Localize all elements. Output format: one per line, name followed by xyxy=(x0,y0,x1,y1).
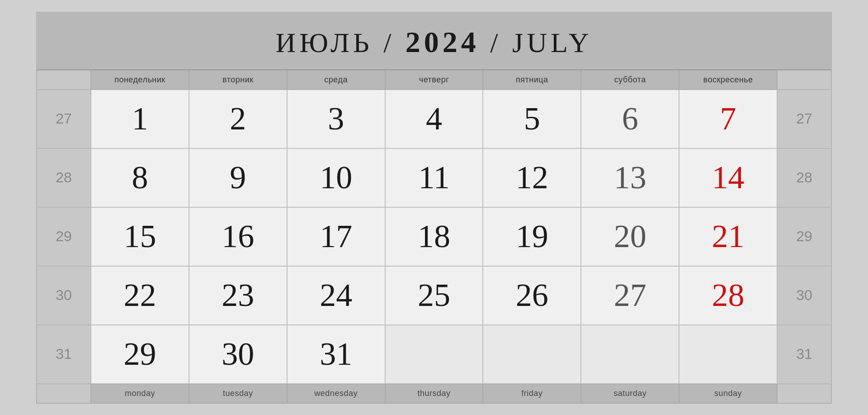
header-wed: среда xyxy=(287,70,385,90)
day-18: 18 xyxy=(385,207,483,266)
day-6: 6 xyxy=(581,90,679,148)
day-2: 2 xyxy=(189,90,287,148)
day-29: 29 xyxy=(91,325,189,384)
day-empty-2 xyxy=(483,325,581,384)
footer-empty-right xyxy=(777,384,831,403)
header-sun: воскресенье xyxy=(679,70,777,90)
day-20: 20 xyxy=(581,207,679,266)
day-17: 17 xyxy=(287,207,385,266)
header-thu: четверг xyxy=(385,70,483,90)
footer-sat: saturday xyxy=(581,384,679,403)
header-sat: суббота xyxy=(581,70,679,90)
day-27: 27 xyxy=(581,266,679,325)
week-num-27-end: 27 xyxy=(777,90,831,148)
week-num-30: 30 xyxy=(37,266,91,325)
day-empty-3 xyxy=(581,325,679,384)
header-mon: понедельник xyxy=(91,70,189,90)
footer-fri: friday xyxy=(483,384,581,403)
week-num-31: 31 xyxy=(37,325,91,384)
header-empty-left xyxy=(37,70,91,90)
week-num-29-end: 29 xyxy=(777,207,831,266)
day-26: 26 xyxy=(483,266,581,325)
day-31: 31 xyxy=(287,325,385,384)
day-22: 22 xyxy=(91,266,189,325)
month-en: JULY xyxy=(512,27,592,58)
footer-wed: wednesday xyxy=(287,384,385,403)
footer-thu: thursday xyxy=(385,384,483,403)
day-24: 24 xyxy=(287,266,385,325)
day-11: 11 xyxy=(385,148,483,207)
day-23: 23 xyxy=(189,266,287,325)
week-num-31-end: 31 xyxy=(777,325,831,384)
calendar-title: ИЮЛЬ / 2024 / JULY xyxy=(37,25,831,59)
footer-mon: monday xyxy=(91,384,189,403)
day-7: 7 xyxy=(679,90,777,148)
week-num-28-end: 28 xyxy=(777,148,831,207)
day-13: 13 xyxy=(581,148,679,207)
week-num-30-end: 30 xyxy=(777,266,831,325)
week-num-29: 29 xyxy=(37,207,91,266)
day-9: 9 xyxy=(189,148,287,207)
day-5: 5 xyxy=(483,90,581,148)
week-num-27: 27 xyxy=(37,90,91,148)
day-10: 10 xyxy=(287,148,385,207)
separator2: / xyxy=(480,27,512,58)
calendar-grid: понедельник вторник среда четверг пятниц… xyxy=(37,70,831,403)
day-21: 21 xyxy=(679,207,777,266)
day-3: 3 xyxy=(287,90,385,148)
day-empty-4 xyxy=(679,325,777,384)
day-8: 8 xyxy=(91,148,189,207)
separator1: / xyxy=(383,27,406,58)
day-28: 28 xyxy=(679,266,777,325)
day-14: 14 xyxy=(679,148,777,207)
day-19: 19 xyxy=(483,207,581,266)
day-30: 30 xyxy=(189,325,287,384)
day-1: 1 xyxy=(91,90,189,148)
calendar: ИЮЛЬ / 2024 / JULY понедельник вторник с… xyxy=(36,12,832,404)
footer-sun: sunday xyxy=(679,384,777,403)
footer-tue: tuesday xyxy=(189,384,287,403)
header-fri: пятница xyxy=(483,70,581,90)
day-16: 16 xyxy=(189,207,287,266)
month-ru: ИЮЛЬ xyxy=(276,27,373,58)
day-empty-1 xyxy=(385,325,483,384)
footer-empty-left xyxy=(37,384,91,403)
week-num-28: 28 xyxy=(37,148,91,207)
year: 2024 xyxy=(406,25,480,58)
day-4: 4 xyxy=(385,90,483,148)
calendar-header: ИЮЛЬ / 2024 / JULY xyxy=(37,12,831,70)
day-12: 12 xyxy=(483,148,581,207)
header-tue: вторник xyxy=(189,70,287,90)
day-25: 25 xyxy=(385,266,483,325)
day-15: 15 xyxy=(91,207,189,266)
header-empty-right xyxy=(777,70,831,90)
